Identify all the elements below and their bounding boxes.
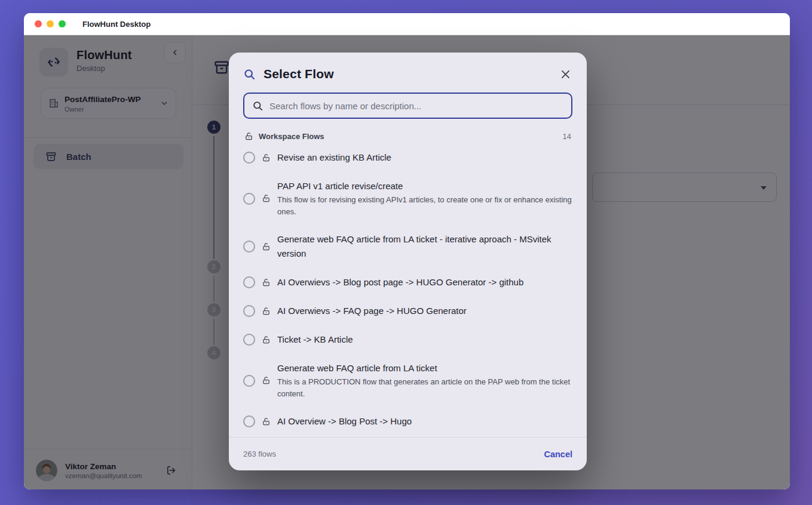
radio-button[interactable] <box>243 334 255 346</box>
flow-list-item[interactable]: AI Overwievs -> FAQ page -> HUGO Generat… <box>243 304 572 318</box>
flow-name: Generate web FAQ article from LA ticket <box>277 361 572 375</box>
radio-button[interactable] <box>243 241 255 252</box>
flow-name: Revise an existing KB Article <box>277 150 572 165</box>
radio-button[interactable] <box>243 193 255 205</box>
flow-list-item[interactable]: AI Overwievs -> Blog post page -> HUGO G… <box>243 275 572 290</box>
radio-button[interactable] <box>243 375 255 387</box>
lock-icon <box>262 307 271 316</box>
flow-list-item[interactable]: PAP API v1 article revise/create This fl… <box>243 179 572 218</box>
close-window-button[interactable] <box>35 20 42 27</box>
flow-name: Ticket -> KB Article <box>277 332 572 347</box>
search-icon <box>243 68 256 81</box>
cancel-button[interactable]: Cancel <box>544 449 572 459</box>
zoom-window-button[interactable] <box>59 20 66 27</box>
select-flow-modal: Select Flow Worksp <box>229 53 587 470</box>
lock-icon <box>262 376 271 385</box>
modal-title: Select Flow <box>263 67 334 81</box>
flow-list-item[interactable]: AI Overview -> Blog Post -> Hugo <box>243 414 572 429</box>
titlebar: FlowHunt Desktop <box>24 13 790 35</box>
lock-icon <box>262 335 271 344</box>
flow-name: Generate web FAQ article from LA ticket … <box>277 232 572 261</box>
flow-search-field <box>243 93 572 119</box>
window-title: FlowHunt Desktop <box>82 20 151 29</box>
flow-list: Revise an existing KB Article PAP API v1… <box>229 141 587 437</box>
flow-count: 263 flows <box>243 449 276 458</box>
minimize-window-button[interactable] <box>47 20 54 27</box>
flow-name: AI Overwievs -> FAQ page -> HUGO Generat… <box>277 304 572 318</box>
section-label: Workspace Flows <box>259 132 324 141</box>
section-count: 14 <box>563 132 571 141</box>
flow-description: This flow is for revising existing APIv1… <box>277 194 572 218</box>
flow-list-item[interactable]: Revise an existing KB Article <box>243 150 572 165</box>
flow-list-item[interactable]: Generate web FAQ article from LA ticket … <box>243 361 572 400</box>
desktop-background: FlowHunt Desktop FlowHunt Desktop <box>0 0 812 505</box>
close-icon[interactable] <box>559 67 572 81</box>
lock-icon <box>244 132 253 141</box>
radio-button[interactable] <box>243 415 255 427</box>
lock-icon <box>262 153 271 162</box>
flow-name: AI Overview -> Blog Post -> Hugo <box>277 414 572 429</box>
search-icon <box>252 100 263 112</box>
lock-icon <box>262 278 271 287</box>
flow-description: This is a PRODUCTION flow that generates… <box>277 376 572 400</box>
radio-button[interactable] <box>243 152 255 164</box>
radio-button[interactable] <box>243 276 255 288</box>
traffic-lights <box>24 20 66 27</box>
search-input[interactable] <box>269 101 563 111</box>
radio-button[interactable] <box>243 305 255 317</box>
lock-icon <box>262 242 271 251</box>
flow-name: AI Overwievs -> Blog post page -> HUGO G… <box>277 275 572 290</box>
lock-icon <box>262 194 271 203</box>
flow-list-item[interactable]: Generate web FAQ article from LA ticket … <box>243 232 572 261</box>
lock-icon <box>262 417 271 426</box>
flow-name: PAP API v1 article revise/create <box>277 179 572 193</box>
modal-footer: 263 flows Cancel <box>229 437 587 470</box>
flow-list-item[interactable]: Ticket -> KB Article <box>243 332 572 347</box>
workspace-flows-section: Workspace Flows 14 <box>243 132 572 141</box>
